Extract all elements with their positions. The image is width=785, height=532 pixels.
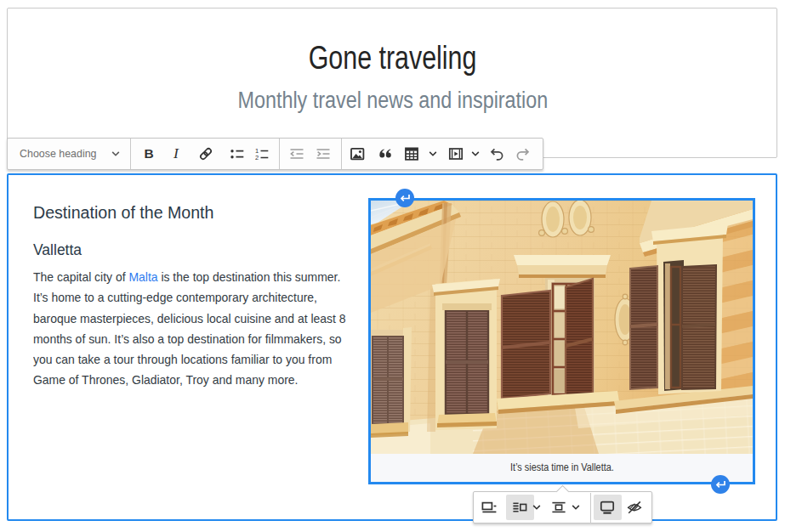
- svg-text:2: 2: [255, 154, 259, 161]
- svg-text:B: B: [144, 146, 153, 161]
- svg-text:I: I: [173, 145, 179, 161]
